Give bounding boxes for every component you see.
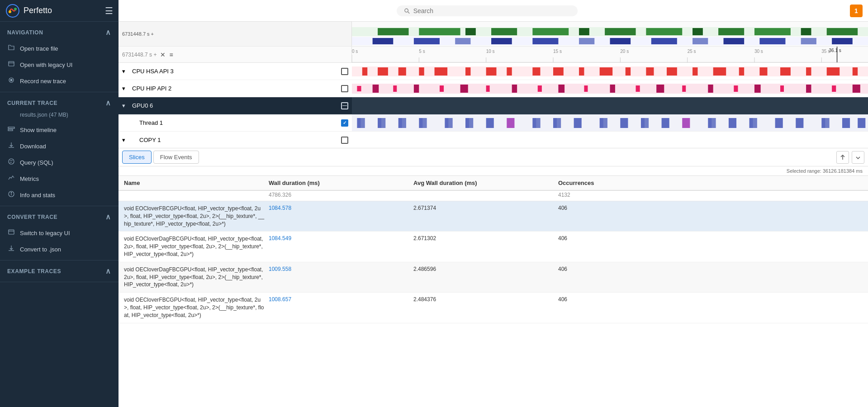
table-row[interactable]: void OECloverDagFBCGPU<float, HIP_vector… [119,262,868,293]
total-wall: 4786.326 [269,192,413,198]
sidebar-item-convert-json[interactable]: Convert to .json [0,241,119,257]
table-row[interactable]: void EOCloverDagFBCGPU<float, HIP_vector… [119,232,868,262]
timeline-area[interactable]: 6731448.7 s + [119,22,868,148]
navigation-section-header[interactable]: Navigation ∧ [0,24,119,40]
example-traces-section-header[interactable]: Example Traces ∧ [0,263,119,279]
svg-point-13 [11,192,12,193]
convert-trace-section-header[interactable]: Convert trace ∧ [0,209,119,225]
svg-rect-97 [486,85,490,92]
svg-rect-129 [536,118,540,128]
overview-left-label: 6731448.7 s + [119,22,352,46]
table-row[interactable]: void OECloverFBCGPU<float, HIP_vector_ty… [119,293,868,323]
expand-btn-cpu-hip-api-2[interactable]: ▾ [122,85,129,92]
checkbox-cpu-hip-api-2[interactable] [341,85,348,92]
overview-panel: 6731448.7 s + [119,22,868,47]
svg-rect-26 [605,28,636,35]
total-occ: 4132 [558,192,863,198]
svg-rect-34 [373,38,394,44]
svg-rect-145 [775,118,783,128]
svg-rect-40 [610,38,631,44]
svg-rect-8 [8,129,13,131]
search-input[interactable] [413,7,570,14]
row-3-name: void OECloverDagFBCGPU<float, HIP_vector… [124,266,269,289]
canvas-thread-1[interactable] [352,114,868,131]
sidebar-item-download[interactable]: Download [0,138,119,154]
svg-rect-68 [378,67,388,76]
canvas-copy-1[interactable] [352,132,868,148]
minimap-row1 [352,27,868,36]
list-icon[interactable]: ≡ [169,51,173,58]
tab-flow-events[interactable]: Flow Events [153,151,199,164]
svg-rect-113 [352,114,868,131]
canvas-cpu-hsa-api-3[interactable] [352,63,868,80]
navigation-chevron-icon: ∧ [105,28,111,37]
sidebar-item-info-stats[interactable]: Info and stats [0,187,119,203]
checkbox-copy-1[interactable] [341,137,348,144]
row-2-wall: 1084.549 [269,235,413,258]
svg-rect-30 [754,28,791,35]
checkbox-thread-1[interactable]: ✓ [341,119,348,127]
canvas-cpu-hip-api-2[interactable] [352,80,868,97]
data-table: Name Wall duration (ms) Avg Wall duratio… [119,176,868,407]
row-2-avg: 2.671302 [413,235,558,258]
checkbox-gpu0-6[interactable]: — [341,102,348,109]
minimap-row2 [352,37,868,45]
svg-rect-131 [557,118,561,128]
row-1-occ: 406 [558,205,863,227]
track-row-copy-1: ▾ COPY 1 [119,132,868,148]
svg-rect-7 [8,127,14,128]
canvas-gpu0-6[interactable] [352,97,868,114]
svg-rect-69 [398,67,406,76]
table-row[interactable]: void EOCloverFBCGPU<float, HIP_vector_ty… [119,201,868,232]
timeline-icon [7,125,15,134]
switch-legacy-icon [7,228,15,237]
svg-rect-23 [491,28,517,35]
folder-icon [7,44,15,53]
navigation-section: Navigation ∧ Open trace file Open with l… [0,22,119,92]
svg-rect-139 [682,118,690,128]
svg-rect-77 [579,67,584,76]
expand-btn-cpu-hsa-api-3[interactable]: ▾ [122,68,129,75]
tab-slices[interactable]: Slices [122,151,152,164]
svg-rect-87 [806,67,811,76]
notification-badge[interactable]: 1 [850,5,863,17]
perfetto-logo-icon [5,4,20,18]
row-2-occ: 406 [558,235,863,258]
expand-panel-icon[interactable] [852,151,864,164]
svg-text:30 s: 30 s [754,49,763,54]
expand-btn-copy-1[interactable]: ▾ [122,137,129,143]
sidebar-item-open-legacy[interactable]: Open with legacy UI [0,57,119,73]
svg-rect-44 [759,38,785,44]
sort-asc-icon[interactable] [836,151,849,164]
sidebar-item-record-trace[interactable]: Record new trace [0,73,119,89]
svg-rect-115 [360,118,365,128]
checkbox-cpu-hsa-api-3[interactable] [341,68,348,75]
sidebar-item-metrics[interactable]: Metrics [0,170,119,187]
sidebar-item-open-trace[interactable]: Open trace file [0,40,119,57]
sidebar-item-show-timeline[interactable]: Show timeline [0,122,119,138]
row-3-avg: 2.486596 [413,266,558,289]
svg-rect-39 [579,38,594,44]
svg-rect-71 [435,67,448,76]
svg-rect-28 [693,28,703,35]
svg-rect-38 [532,38,558,44]
sidebar-item-query-sql[interactable]: Query (SQL) [0,154,119,170]
tabs-actions [836,151,864,164]
svg-point-1 [9,10,11,13]
svg-rect-43 [724,38,745,44]
svg-rect-92 [373,85,379,93]
hamburger-icon[interactable]: ☰ [105,5,113,16]
svg-rect-74 [507,67,512,76]
svg-rect-27 [646,28,682,35]
sidebar-item-switch-legacy[interactable]: Switch to legacy UI [0,225,119,241]
svg-rect-125 [469,118,473,128]
close-timeline-icon[interactable]: ✕ [160,51,166,58]
svg-rect-123 [448,118,452,128]
svg-rect-37 [491,38,512,44]
svg-rect-142 [729,118,736,128]
svg-text:25 s: 25 s [688,49,696,54]
current-trace-section-header[interactable]: Current Trace ∧ [0,95,119,111]
expand-btn-gpu0-6[interactable]: ▾ [122,102,129,109]
svg-rect-24 [532,28,569,35]
track-row-cpu-hsa-api-3: ▾ CPU HSA API 3 [119,63,868,80]
